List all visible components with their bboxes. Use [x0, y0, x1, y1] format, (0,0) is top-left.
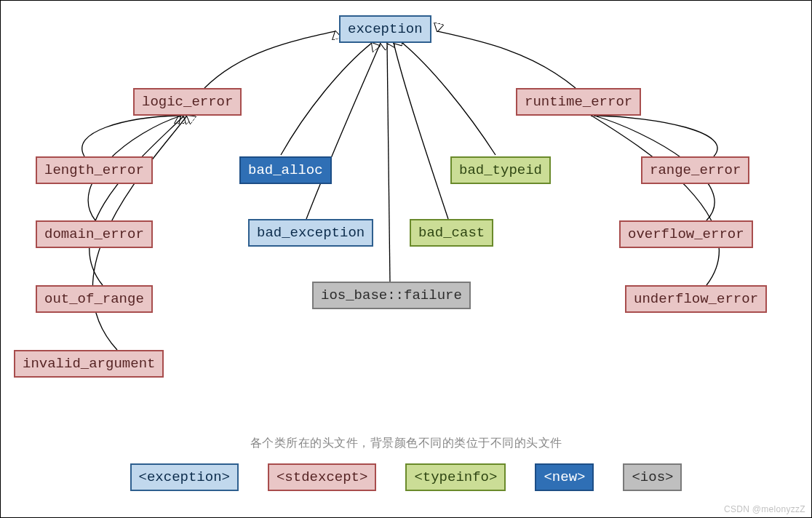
- legend-new: <new>: [535, 463, 594, 491]
- class-out-of-range: out_of_range: [36, 285, 153, 313]
- legend-typeinfo: <typeinfo>: [405, 463, 506, 491]
- legend-row: <exception> <stdexcept> <typeinfo> <new>…: [1, 463, 811, 491]
- class-domain-error: domain_error: [36, 220, 153, 248]
- legend-stdexcept: <stdexcept>: [268, 463, 376, 491]
- class-ios-base-failure: ios_base::failure: [312, 282, 471, 309]
- class-bad-alloc: bad_alloc: [239, 156, 332, 184]
- class-invalid-argument: invalid_argument: [14, 350, 164, 378]
- class-logic-error: logic_error: [133, 88, 242, 116]
- class-underflow-error: underflow_error: [625, 285, 767, 313]
- class-bad-exception: bad_exception: [248, 219, 373, 247]
- class-overflow-error: overflow_error: [619, 220, 753, 248]
- class-exception: exception: [339, 15, 431, 43]
- class-length-error: length_error: [36, 156, 153, 184]
- diagram-frame: exception logic_error runtime_error leng…: [0, 0, 812, 518]
- class-range-error: range_error: [641, 156, 749, 184]
- watermark: CSDN @melonyzzZ: [724, 504, 805, 514]
- legend-caption: 各个类所在的头文件，背景颜色不同的类位于不同的头文件: [1, 436, 811, 451]
- class-bad-typeid: bad_typeid: [450, 156, 551, 184]
- legend-exception: <exception>: [130, 463, 239, 491]
- class-bad-cast: bad_cast: [410, 219, 493, 247]
- legend-ios: <ios>: [623, 463, 682, 491]
- class-runtime-error: runtime_error: [516, 88, 641, 116]
